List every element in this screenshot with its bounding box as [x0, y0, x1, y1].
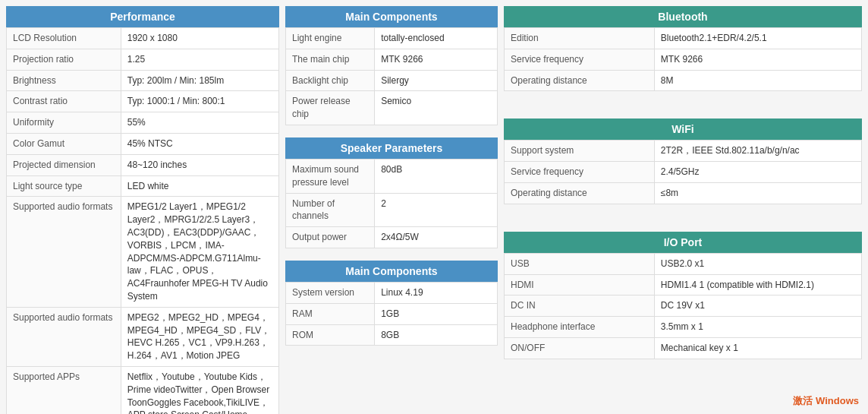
row-label: Operating distance	[505, 182, 655, 204]
row-label: Number of channels	[286, 193, 375, 227]
table-row: Supported audio formatsMPEG2，MPEG2_HD，MP…	[7, 307, 279, 366]
performance-section: Performance LCD Resolution1920 x 1080Pro…	[6, 6, 279, 414]
table-row: DC INDC 19V x1	[505, 295, 862, 317]
row-value: 8M	[654, 70, 861, 91]
table-row: ROM8GB	[286, 324, 498, 346]
row-label: Contrast ratio	[7, 91, 121, 112]
row-value: LED white	[121, 175, 278, 197]
row-label: Light source type	[7, 175, 121, 197]
table-row: LCD Resolution1920 x 1080	[7, 28, 279, 49]
row-label: ON/OFF	[505, 337, 655, 359]
speaker-header: Speaker Parameters	[285, 137, 498, 159]
row-value: 2	[375, 193, 498, 227]
main-components-2-table: System versionLinux 4.19RAM1GBROM8GB	[285, 282, 498, 346]
table-row: Service frequency2.4/5GHz	[505, 162, 862, 183]
row-label: ROM	[286, 324, 375, 346]
row-value: 1GB	[375, 303, 498, 324]
table-row: Maximum sound pressure level80dB	[286, 159, 498, 193]
row-value: Mechanical key x 1	[654, 337, 861, 359]
table-row: Number of channels2	[286, 193, 498, 227]
row-value: 45% NTSC	[121, 133, 278, 154]
row-label: Support system	[505, 141, 655, 162]
row-value: USB2.0 x1	[654, 253, 861, 274]
table-row: Projection ratio1.25	[7, 49, 279, 70]
row-label: The main chip	[286, 49, 375, 70]
row-label: System version	[286, 282, 375, 303]
row-value: Bluetooth2.1+EDR/4.2/5.1	[654, 28, 861, 49]
table-row: HDMIHDMI1.4 1 (compatible with HDMI2.1)	[505, 274, 862, 295]
performance-header: Performance	[6, 6, 279, 27]
table-row: Operating distance≤8m	[505, 182, 862, 204]
row-label: Supported APPs	[7, 366, 121, 414]
main-components-1-header: Main Components	[285, 6, 498, 27]
row-label: LCD Resolution	[7, 28, 121, 49]
row-value: 3.5mm x 1	[654, 317, 861, 338]
watermark: 激活 Windows	[793, 394, 859, 408]
row-label: Light engine	[286, 28, 375, 49]
row-value: 8GB	[375, 324, 498, 346]
main-layout: Performance LCD Resolution1920 x 1080Pro…	[6, 6, 862, 414]
row-value: 2T2R，IEEE Std.802.11a/b/g/n/ac	[654, 141, 861, 162]
main-components-2-header: Main Components	[285, 261, 498, 282]
row-value: 1920 x 1080	[121, 28, 278, 49]
main-components-1-table: Light enginetotally-enclosedThe main chi…	[285, 27, 498, 125]
row-label: Power release chip	[286, 91, 375, 125]
row-value: Linux 4.19	[375, 282, 498, 303]
row-value: 80dB	[375, 159, 498, 193]
right-col: Bluetooth EditionBluetooth2.1+EDR/4.2/5.…	[504, 6, 862, 414]
table-row: Support system2T2R，IEEE Std.802.11a/b/g/…	[505, 141, 862, 162]
table-row: Headphone interface3.5mm x 1	[505, 317, 862, 338]
row-value: Silergy	[375, 70, 498, 91]
bluetooth-header: Bluetooth	[504, 6, 862, 27]
table-row: Power release chipSemico	[286, 91, 498, 125]
row-label: Supported audio formats	[7, 307, 121, 366]
row-value: 48~120 inches	[121, 154, 278, 175]
row-label: Maximum sound pressure level	[286, 159, 375, 193]
table-row: System versionLinux 4.19	[286, 282, 498, 303]
row-label: Edition	[505, 28, 655, 49]
row-value: MPEG2，MPEG2_HD，MPEG4，MPEG4_HD，MPEG4_SD，F…	[121, 307, 278, 366]
row-label: Projection ratio	[7, 49, 121, 70]
speaker-table: Maximum sound pressure level80dBNumber o…	[285, 159, 498, 248]
row-label: DC IN	[505, 295, 655, 317]
wifi-header: WiFi	[504, 119, 862, 140]
table-row: Output power2x4Ω/5W	[286, 227, 498, 248]
row-value: totally-enclosed	[375, 28, 498, 49]
row-value: 55%	[121, 112, 278, 134]
row-value: Netflix，Youtube，Youtube Kids，Prime video…	[121, 366, 278, 414]
row-label: Uniformity	[7, 112, 121, 134]
row-label: Supported audio formats	[7, 197, 121, 307]
wifi-table: Support system2T2R，IEEE Std.802.11a/b/g/…	[504, 140, 862, 204]
table-row: Contrast ratioTyp: 1000:1 / Min: 800:1	[7, 91, 279, 112]
row-label: HDMI	[505, 274, 655, 295]
row-value: HDMI1.4 1 (compatible with HDMI2.1)	[654, 274, 861, 295]
table-row: Light source typeLED white	[7, 175, 279, 197]
row-value: Typ: 1000:1 / Min: 800:1	[121, 91, 278, 112]
middle-col: Main Components Light enginetotally-encl…	[285, 6, 498, 414]
table-row: Service frequencyMTK 9266	[505, 49, 862, 70]
row-label: RAM	[286, 303, 375, 324]
row-value: Semico	[375, 91, 498, 125]
table-row: Supported audio formatsMPEG1/2 Layer1，MP…	[7, 197, 279, 307]
row-label: Headphone interface	[505, 317, 655, 338]
row-value: MTK 9266	[375, 49, 498, 70]
row-value: 1.25	[121, 49, 278, 70]
table-row: Light enginetotally-enclosed	[286, 28, 498, 49]
table-row: EditionBluetooth2.1+EDR/4.2/5.1	[505, 28, 862, 49]
table-row: ON/OFFMechanical key x 1	[505, 337, 862, 359]
table-row: Supported APPsNetflix，Youtube，Youtube Ki…	[7, 366, 279, 414]
table-row: USBUSB2.0 x1	[505, 253, 862, 274]
row-label: USB	[505, 253, 655, 274]
table-row: Uniformity55%	[7, 112, 279, 134]
table-row: The main chipMTK 9266	[286, 49, 498, 70]
row-label: Backlight chip	[286, 70, 375, 91]
row-value: 2.4/5GHz	[654, 162, 861, 183]
row-label: Color Gamut	[7, 133, 121, 154]
table-row: Backlight chipSilergy	[286, 70, 498, 91]
row-label: Output power	[286, 227, 375, 248]
table-row: Projected dimension48~120 inches	[7, 154, 279, 175]
table-row: Operating distance8M	[505, 70, 862, 91]
row-label: Service frequency	[505, 49, 655, 70]
row-value: ≤8m	[654, 182, 861, 204]
table-row: BrightnessTyp: 200lm / Min: 185lm	[7, 70, 279, 91]
